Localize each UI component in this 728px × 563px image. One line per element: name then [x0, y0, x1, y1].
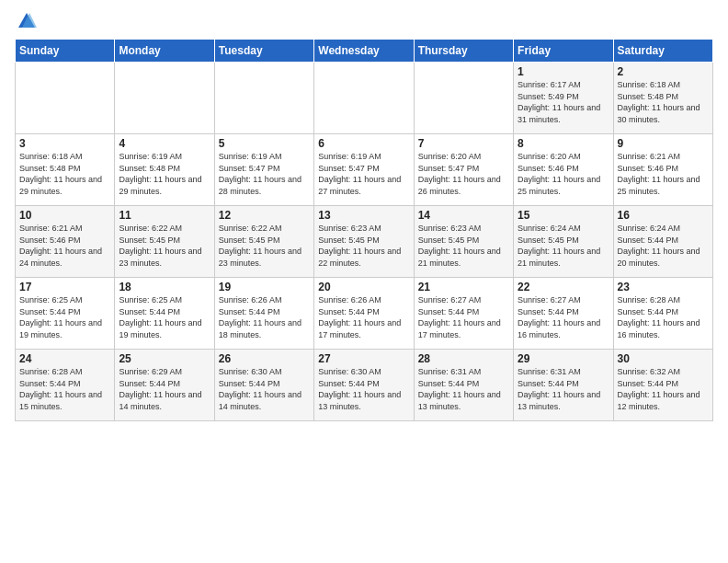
day-number: 28	[418, 352, 509, 365]
day-info: Sunrise: 6:28 AM Sunset: 5:44 PM Dayligh…	[618, 294, 709, 340]
day-info: Sunrise: 6:31 AM Sunset: 5:44 PM Dayligh…	[418, 366, 509, 412]
day-cell: 2Sunrise: 6:18 AM Sunset: 5:48 PM Daylig…	[613, 63, 712, 134]
day-cell: 30Sunrise: 6:32 AM Sunset: 5:44 PM Dayli…	[613, 350, 712, 421]
day-cell: 20Sunrise: 6:26 AM Sunset: 5:44 PM Dayli…	[314, 278, 414, 350]
day-cell: 28Sunrise: 6:31 AM Sunset: 5:44 PM Dayli…	[414, 350, 513, 421]
day-cell: 10Sunrise: 6:21 AM Sunset: 5:46 PM Dayli…	[16, 206, 115, 278]
day-info: Sunrise: 6:19 AM Sunset: 5:47 PM Dayligh…	[219, 151, 310, 197]
week-row-1: 1Sunrise: 6:17 AM Sunset: 5:49 PM Daylig…	[16, 63, 713, 134]
day-info: Sunrise: 6:29 AM Sunset: 5:44 PM Dayligh…	[119, 366, 210, 412]
day-info: Sunrise: 6:19 AM Sunset: 5:48 PM Dayligh…	[119, 151, 210, 197]
day-number: 17	[19, 281, 110, 293]
day-info: Sunrise: 6:24 AM Sunset: 5:45 PM Dayligh…	[518, 223, 609, 269]
day-info: Sunrise: 6:20 AM Sunset: 5:46 PM Dayligh…	[518, 151, 609, 197]
day-cell: 7Sunrise: 6:20 AM Sunset: 5:47 PM Daylig…	[414, 134, 513, 206]
day-cell: 26Sunrise: 6:30 AM Sunset: 5:44 PM Dayli…	[214, 350, 313, 421]
day-cell	[314, 63, 414, 134]
day-number: 30	[618, 352, 709, 365]
day-number: 16	[618, 209, 709, 222]
day-info: Sunrise: 6:25 AM Sunset: 5:44 PM Dayligh…	[19, 294, 110, 340]
day-number: 21	[418, 281, 509, 293]
day-cell: 12Sunrise: 6:22 AM Sunset: 5:45 PM Dayli…	[214, 206, 313, 278]
day-number: 19	[219, 281, 310, 293]
day-info: Sunrise: 6:30 AM Sunset: 5:44 PM Dayligh…	[219, 366, 310, 412]
page-container: SundayMondayTuesdayWednesdayThursdayFrid…	[0, 0, 728, 429]
week-row-5: 24Sunrise: 6:28 AM Sunset: 5:44 PM Dayli…	[16, 350, 713, 421]
day-cell: 1Sunrise: 6:17 AM Sunset: 5:49 PM Daylig…	[514, 63, 613, 134]
day-info: Sunrise: 6:22 AM Sunset: 5:45 PM Dayligh…	[219, 223, 310, 269]
day-number: 15	[518, 209, 609, 222]
day-number: 10	[19, 209, 110, 222]
day-number: 11	[119, 209, 210, 222]
day-number: 2	[618, 65, 709, 78]
day-cell: 18Sunrise: 6:25 AM Sunset: 5:44 PM Dayli…	[115, 278, 214, 350]
day-number: 14	[418, 209, 509, 222]
day-number: 12	[219, 209, 310, 222]
day-info: Sunrise: 6:23 AM Sunset: 5:45 PM Dayligh…	[418, 223, 509, 269]
day-cell: 23Sunrise: 6:28 AM Sunset: 5:44 PM Dayli…	[613, 278, 712, 350]
day-number: 3	[19, 137, 110, 150]
day-number: 9	[618, 137, 709, 150]
day-info: Sunrise: 6:31 AM Sunset: 5:44 PM Dayligh…	[518, 366, 609, 412]
day-info: Sunrise: 6:32 AM Sunset: 5:44 PM Dayligh…	[618, 366, 709, 412]
day-number: 27	[318, 352, 409, 365]
day-info: Sunrise: 6:21 AM Sunset: 5:46 PM Dayligh…	[19, 223, 110, 269]
day-cell: 16Sunrise: 6:24 AM Sunset: 5:44 PM Dayli…	[613, 206, 712, 278]
day-info: Sunrise: 6:23 AM Sunset: 5:45 PM Dayligh…	[318, 223, 409, 269]
week-row-2: 3Sunrise: 6:18 AM Sunset: 5:48 PM Daylig…	[16, 134, 713, 206]
day-info: Sunrise: 6:30 AM Sunset: 5:44 PM Dayligh…	[318, 366, 409, 412]
day-number: 13	[318, 209, 409, 222]
day-info: Sunrise: 6:22 AM Sunset: 5:45 PM Dayligh…	[119, 223, 210, 269]
day-number: 8	[518, 137, 609, 150]
day-cell: 15Sunrise: 6:24 AM Sunset: 5:45 PM Dayli…	[514, 206, 613, 278]
day-number: 7	[418, 137, 509, 150]
day-cell: 22Sunrise: 6:27 AM Sunset: 5:44 PM Dayli…	[514, 278, 613, 350]
day-number: 23	[618, 281, 709, 293]
day-number: 6	[318, 137, 409, 150]
day-cell: 5Sunrise: 6:19 AM Sunset: 5:47 PM Daylig…	[214, 134, 313, 206]
day-info: Sunrise: 6:28 AM Sunset: 5:44 PM Dayligh…	[19, 366, 110, 412]
day-cell: 8Sunrise: 6:20 AM Sunset: 5:46 PM Daylig…	[514, 134, 613, 206]
day-info: Sunrise: 6:25 AM Sunset: 5:44 PM Dayligh…	[119, 294, 210, 340]
day-cell	[115, 63, 214, 134]
day-number: 1	[518, 65, 609, 78]
day-cell: 17Sunrise: 6:25 AM Sunset: 5:44 PM Dayli…	[16, 278, 115, 350]
day-cell: 25Sunrise: 6:29 AM Sunset: 5:44 PM Dayli…	[115, 350, 214, 421]
day-cell: 24Sunrise: 6:28 AM Sunset: 5:44 PM Dayli…	[16, 350, 115, 421]
day-number: 5	[219, 137, 310, 150]
day-number: 22	[518, 281, 609, 293]
col-header-wednesday: Wednesday	[314, 40, 414, 63]
day-cell	[16, 63, 115, 134]
day-cell: 29Sunrise: 6:31 AM Sunset: 5:44 PM Dayli…	[514, 350, 613, 421]
day-cell: 13Sunrise: 6:23 AM Sunset: 5:45 PM Dayli…	[314, 206, 414, 278]
header-row: SundayMondayTuesdayWednesdayThursdayFrid…	[16, 40, 713, 63]
week-row-4: 17Sunrise: 6:25 AM Sunset: 5:44 PM Dayli…	[16, 278, 713, 350]
logo	[15, 11, 37, 31]
day-info: Sunrise: 6:27 AM Sunset: 5:44 PM Dayligh…	[418, 294, 509, 340]
day-info: Sunrise: 6:18 AM Sunset: 5:48 PM Dayligh…	[618, 79, 709, 125]
day-cell	[214, 63, 313, 134]
day-info: Sunrise: 6:24 AM Sunset: 5:44 PM Dayligh…	[618, 223, 709, 269]
day-cell: 14Sunrise: 6:23 AM Sunset: 5:45 PM Dayli…	[414, 206, 513, 278]
day-cell: 3Sunrise: 6:18 AM Sunset: 5:48 PM Daylig…	[16, 134, 115, 206]
col-header-friday: Friday	[514, 40, 613, 63]
day-cell: 27Sunrise: 6:30 AM Sunset: 5:44 PM Dayli…	[314, 350, 414, 421]
day-info: Sunrise: 6:27 AM Sunset: 5:44 PM Dayligh…	[518, 294, 609, 340]
day-info: Sunrise: 6:19 AM Sunset: 5:47 PM Dayligh…	[318, 151, 409, 197]
day-info: Sunrise: 6:26 AM Sunset: 5:44 PM Dayligh…	[219, 294, 310, 340]
day-number: 18	[119, 281, 210, 293]
col-header-saturday: Saturday	[613, 40, 712, 63]
day-cell	[414, 63, 513, 134]
col-header-monday: Monday	[115, 40, 214, 63]
day-cell: 9Sunrise: 6:21 AM Sunset: 5:46 PM Daylig…	[613, 134, 712, 206]
day-number: 29	[518, 352, 609, 365]
week-row-3: 10Sunrise: 6:21 AM Sunset: 5:46 PM Dayli…	[16, 206, 713, 278]
day-number: 24	[19, 352, 110, 365]
day-cell: 11Sunrise: 6:22 AM Sunset: 5:45 PM Dayli…	[115, 206, 214, 278]
day-number: 26	[219, 352, 310, 365]
col-header-tuesday: Tuesday	[214, 40, 313, 63]
day-cell: 19Sunrise: 6:26 AM Sunset: 5:44 PM Dayli…	[214, 278, 313, 350]
day-info: Sunrise: 6:26 AM Sunset: 5:44 PM Dayligh…	[318, 294, 409, 340]
col-header-sunday: Sunday	[16, 40, 115, 63]
day-info: Sunrise: 6:20 AM Sunset: 5:47 PM Dayligh…	[418, 151, 509, 197]
